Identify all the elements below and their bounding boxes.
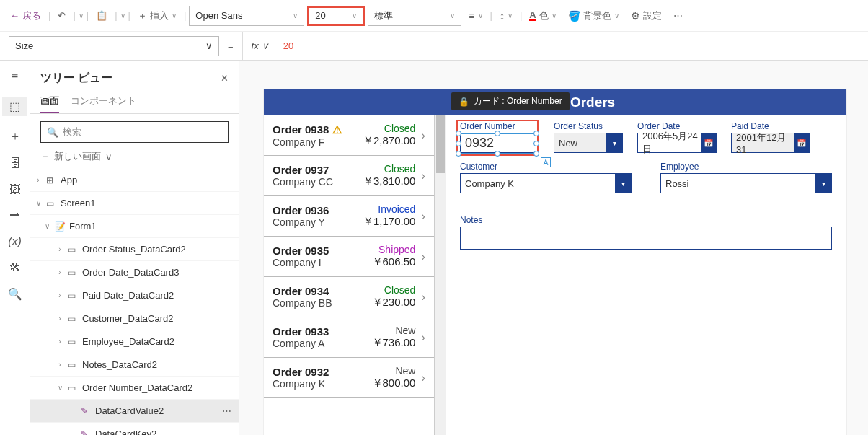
order-row[interactable]: Order 0936 Company Y Invoiced￥1,170.00 › xyxy=(264,196,434,237)
paste-button[interactable]: 📋 xyxy=(92,7,112,24)
gear-icon: ⚙ xyxy=(631,10,640,22)
font-select[interactable]: Open Sans∨ xyxy=(189,6,304,26)
tree-item-screen1[interactable]: ∨▭Screen1 xyxy=(30,192,239,215)
bg-color-button[interactable]: 🪣 背景色 ∨ xyxy=(564,6,624,25)
plus-icon: ＋ xyxy=(138,9,147,22)
textinput-icon: ✎ xyxy=(81,406,92,416)
chevron-down-icon: ▾ xyxy=(606,133,622,152)
fx-label[interactable]: fx∨ xyxy=(242,32,272,60)
label-icon: ✎ xyxy=(81,429,92,436)
tree-item-datacard[interactable]: ›▭Employee_DataCard2 xyxy=(30,330,239,353)
new-screen-button[interactable]: ＋ 新しい画面 ∨ xyxy=(40,150,229,163)
font-weight-select[interactable]: 標準∨ xyxy=(368,6,461,26)
undo-icon: ↶ xyxy=(58,10,66,21)
plus-icon: ＋ xyxy=(40,150,50,163)
resize-handles[interactable] xyxy=(459,133,536,154)
bucket-icon: 🪣 xyxy=(568,10,580,22)
tree-item-datacard[interactable]: ›▭Order Status_DataCard2 xyxy=(30,238,239,261)
tools-icon[interactable]: 🛠 xyxy=(9,261,21,274)
tree-item-datacard[interactable]: ›▭Order Date_DataCard3 xyxy=(30,261,239,284)
notes-input[interactable] xyxy=(460,227,832,250)
chevron-down-icon[interactable]: ∨ xyxy=(120,12,125,19)
font-size-input[interactable]: 20∨ xyxy=(307,6,365,26)
plus-icon[interactable]: ＋ xyxy=(9,129,21,144)
form-area: Order Number 0932 Order Status New▾ Orde… xyxy=(446,115,846,435)
insert-button[interactable]: ＋挿入 ∨ xyxy=(133,6,181,25)
order-date-input[interactable]: 2006年5月24日📅 xyxy=(637,133,717,153)
resize-handle[interactable] xyxy=(495,151,500,157)
customer-select[interactable]: Company K▾ xyxy=(460,173,632,193)
app-frame: d Orders Order 0938 ⚠Company F Closed￥2,… xyxy=(264,89,846,435)
more-button[interactable]: ⋯ xyxy=(669,7,687,24)
scrollbar-thumb[interactable] xyxy=(436,115,445,173)
hamburger-icon[interactable]: ≡ xyxy=(12,71,18,84)
back-button[interactable]: ←戻る xyxy=(6,6,45,25)
tree-title: ツリー ビュー xyxy=(40,71,112,86)
canvas[interactable]: d Orders Order 0938 ⚠Company F Closed￥2,… xyxy=(239,61,868,435)
data-icon[interactable]: 🗄 xyxy=(9,157,21,170)
employee-select[interactable]: Rossi▾ xyxy=(660,173,832,193)
more-icon[interactable]: ⋯ xyxy=(222,405,233,416)
form-icon: 📝 xyxy=(55,221,66,232)
order-status-select[interactable]: New▾ xyxy=(554,133,623,153)
equals-label: = xyxy=(219,40,242,51)
layers-icon[interactable]: ⬚ xyxy=(2,97,27,116)
chevron-down-icon[interactable]: ∨ xyxy=(79,12,84,19)
tree-item-datacardkey2[interactable]: ✎DataCardKey2 xyxy=(30,423,239,435)
font-color-button[interactable]: A 色 ∨ xyxy=(525,6,560,25)
order-row[interactable]: Order 0934 Company BB Closed￥230.00 › xyxy=(264,277,434,317)
undo-button[interactable]: ↶ xyxy=(53,7,70,24)
type-badge: A xyxy=(541,157,551,167)
property-select[interactable]: Size∨ xyxy=(9,36,219,56)
clipboard-icon: 📋 xyxy=(96,10,107,21)
scrollbar[interactable] xyxy=(435,115,446,435)
resize-handle[interactable] xyxy=(456,141,461,146)
chevron-right-icon: › xyxy=(421,129,425,142)
chevron-right-icon: › xyxy=(421,331,425,344)
resize-handle[interactable] xyxy=(533,141,539,146)
valign-button[interactable]: ↕∨ xyxy=(495,7,517,25)
warning-icon: ⚠ xyxy=(332,123,342,136)
order-row[interactable]: Order 0932 Company K New￥800.00 › xyxy=(264,358,434,398)
order-row[interactable]: Order 0933 Company A New￥736.00 › xyxy=(264,317,434,358)
variables-icon[interactable]: (x) xyxy=(8,235,22,248)
resize-handle[interactable] xyxy=(533,131,539,136)
chevron-down-icon: ▾ xyxy=(815,174,831,193)
tab-screen[interactable]: 画面 xyxy=(40,89,59,113)
formula-value[interactable]: 20 xyxy=(272,40,293,51)
align-button[interactable]: ≡∨ xyxy=(464,7,487,25)
order-row[interactable]: Order 0935 Company I Shipped￥606.50 › xyxy=(264,237,434,277)
tree-item-datacard[interactable]: ›▭Paid Date_DataCard2 xyxy=(30,284,239,307)
order-row[interactable]: Order 0938 ⚠Company F Closed￥2,870.00 › xyxy=(264,115,434,156)
employee-label: Employee xyxy=(660,162,832,172)
tree-item-datacardvalue2[interactable]: ✎DataCardValue2⋯ xyxy=(30,400,239,423)
calendar-icon: 📅 xyxy=(701,133,716,152)
app-icon: ⊞ xyxy=(46,175,58,185)
tree-item-form1[interactable]: ∨📝Form1 xyxy=(30,215,239,238)
resize-handle[interactable] xyxy=(533,151,539,157)
close-icon[interactable]: ✕ xyxy=(221,73,229,84)
resize-handle[interactable] xyxy=(495,131,500,136)
order-status-label: Order Status xyxy=(554,121,623,131)
settings-button[interactable]: ⚙ 設定 xyxy=(626,6,666,25)
card-icon: ▭ xyxy=(68,314,79,324)
tree-search-input[interactable]: 🔍 検索 xyxy=(40,121,229,143)
media-icon[interactable]: 🖼 xyxy=(9,183,21,196)
tree-item-datacard[interactable]: ∨▭Order Number_DataCard2 xyxy=(30,377,239,400)
order-row[interactable]: Order 0937 Company CC Closed￥3,810.00 › xyxy=(264,156,434,196)
tab-component[interactable]: コンポーネント xyxy=(71,89,136,113)
search-icon: 🔍 xyxy=(47,127,58,138)
tree-item-app[interactable]: ›⊞App xyxy=(30,169,239,192)
paid-date-input[interactable]: 2001年12月31📅 xyxy=(731,133,810,153)
tree-item-datacard[interactable]: ›▭Customer_DataCard2 xyxy=(30,307,239,330)
font-color-icon: A xyxy=(529,11,536,21)
flow-icon[interactable]: ⮕ xyxy=(9,209,21,222)
order-list[interactable]: Order 0938 ⚠Company F Closed￥2,870.00 ›O… xyxy=(264,115,435,435)
resize-handle[interactable] xyxy=(456,131,461,136)
chevron-down-icon: ▾ xyxy=(615,174,631,193)
search-icon[interactable]: 🔍 xyxy=(8,287,22,301)
tree-item-datacard[interactable]: ›▭Notes_DataCard2 xyxy=(30,353,239,377)
tree-view-panel: ツリー ビュー ✕ 画面 コンポーネント 🔍 検索 ＋ 新しい画面 ∨ ›⊞Ap… xyxy=(30,61,239,435)
left-rail: ≡ ⬚ ＋ 🗄 🖼 ⮕ (x) 🛠 🔍 xyxy=(0,61,30,435)
resize-handle[interactable] xyxy=(456,151,461,157)
